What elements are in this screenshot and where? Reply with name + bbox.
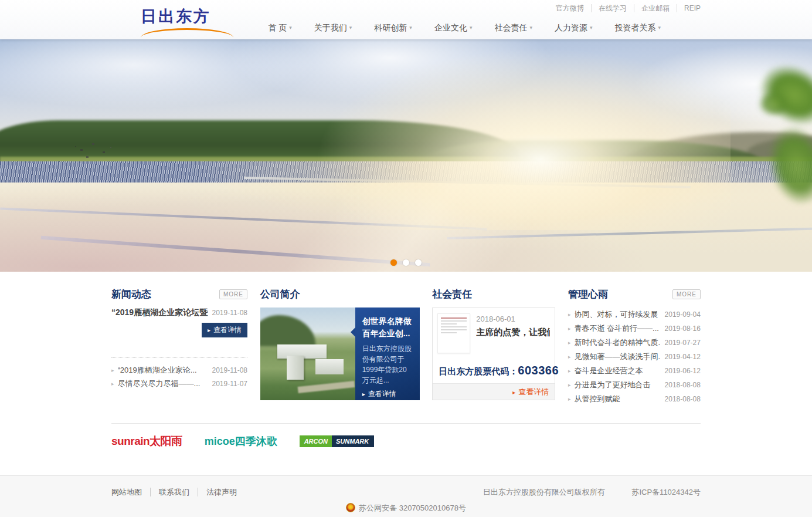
- chevron-down-icon: ▾: [289, 25, 292, 31]
- utility-nav: 官方微博在线学习企业邮箱REIP: [549, 4, 701, 13]
- list-item[interactable]: ▸ “2019雁栖湖企业家论... 2019-11-08: [111, 363, 247, 377]
- company-logo[interactable]: 日出东方: [141, 6, 235, 38]
- copyright-text: 日出东方控股股份有限公司版权所有: [483, 488, 605, 496]
- carousel-dot-1-active[interactable]: [390, 259, 397, 266]
- birds: [75, 146, 76, 147]
- icp-record-link[interactable]: 苏ICP备11024342号: [631, 488, 701, 496]
- brand-logos-row: sunrain太阳雨 micoe四季沐歌 ARCONSUNMARK: [111, 424, 701, 475]
- footer-links: 网站地图联系我们法律声明: [111, 487, 245, 498]
- list-item[interactable]: ▸奋斗是企业经营之本2019-06-12: [568, 364, 701, 378]
- section-social-responsibility: 社会责任 2018-06-01 主席的点赞，让我们... 日出东方股票代码：60…: [432, 288, 555, 400]
- stock-code-line: 日出东方股票代码：603366: [439, 364, 559, 377]
- chevron-down-icon: ▾: [529, 25, 532, 31]
- chevron-down-icon: ▾: [409, 25, 412, 31]
- footer-link-sitemap[interactable]: 网站地图: [111, 488, 151, 496]
- hero-banner-solar-field: [0, 39, 812, 272]
- list-item[interactable]: ▸ 尽情尽兴尽力尽福——... 2019-11-07: [111, 377, 247, 390]
- company-profile-card[interactable]: 创世界名牌做百年企业创... 日出东方控股股份有限公司于1999年贷款20万元起…: [260, 308, 420, 400]
- news-list: ▸ “2019雁栖湖企业家论... 2019-11-08 ▸ 尽情尽兴尽力尽福—…: [111, 363, 247, 390]
- carousel-dot-3[interactable]: [415, 259, 422, 266]
- arrow-right-icon: ▸: [568, 396, 571, 402]
- arrow-right-icon: ▸: [111, 367, 114, 373]
- police-badge-icon: [346, 503, 355, 512]
- list-item[interactable]: ▸见微知著——浅谈洗手间...2019-04-12: [568, 350, 701, 364]
- chevron-down-icon: ▾: [349, 25, 352, 31]
- list-item[interactable]: ▸青春不逝 奋斗前行——...2019-08-16: [568, 322, 701, 336]
- cloud-shape: [227, 39, 552, 104]
- footer-link-contact[interactable]: 联系我们: [151, 488, 198, 496]
- nav-item-investors[interactable]: 投资者关系▾: [614, 23, 661, 33]
- chevron-down-icon: ▾: [658, 25, 661, 31]
- list-item[interactable]: ▸新时代奋斗者的精神气质...2019-07-27: [568, 336, 701, 350]
- nav-item-about[interactable]: 关于我们▾: [314, 23, 352, 33]
- building-shape: [287, 356, 304, 380]
- arrow-right-icon: ▸: [568, 312, 571, 317]
- brand-logo-micoe[interactable]: micoe四季沐歌: [205, 434, 277, 448]
- company-card-body: 日出东方控股股份有限公司于1999年贷款20万元起...: [362, 343, 414, 386]
- topbar-link-reip[interactable]: REIP: [677, 4, 701, 12]
- arrow-right-icon: ▸: [568, 354, 571, 360]
- logo-text: 日出东方: [141, 6, 235, 27]
- brand-logo-arcon-sunmark[interactable]: ARCONSUNMARK: [300, 435, 375, 447]
- site-header: 官方微博在线学习企业邮箱REIP 日出东方 首 页▾ 关于我们▾ 科研创新▾ 企…: [0, 0, 812, 39]
- social-detail-link[interactable]: ▸查看详情: [512, 387, 549, 396]
- chevron-down-icon: ▾: [470, 25, 473, 31]
- site-footer: 网站地图联系我们法律声明 日出东方控股股份有限公司版权所有 苏ICP备11024…: [0, 475, 812, 517]
- arrow-right-icon: ▸: [568, 368, 571, 374]
- news-detail-button[interactable]: ▸查看详情: [202, 323, 247, 337]
- main-nav: 首 页▾ 关于我们▾ 科研创新▾ 企业文化▾ 社会责任▾ 人力资源▾ 投资者关系…: [246, 23, 661, 33]
- leaf-foreground: [759, 92, 789, 116]
- nav-item-research[interactable]: 科研创新▾: [374, 23, 412, 33]
- nav-item-responsibility[interactable]: 社会责任▾: [494, 23, 532, 33]
- social-article-date: 2018-06-01: [476, 315, 550, 323]
- social-card-footer: ▸查看详情: [433, 383, 555, 400]
- company-campus-photo: [260, 308, 355, 400]
- section-news: 新闻动态 MORE “2019雁栖湖企业家论坛暨... 2019-11-08 ▸…: [111, 288, 247, 390]
- management-more-button[interactable]: MORE: [672, 289, 701, 299]
- arrow-right-icon: ▸: [568, 340, 571, 346]
- arrow-right-icon: ▸: [568, 382, 571, 388]
- nav-item-hr[interactable]: 人力资源▾: [555, 23, 593, 33]
- brand-logo-sunrain[interactable]: sunrain太阳雨: [111, 434, 182, 449]
- carousel-dot-2[interactable]: [403, 259, 409, 266]
- nav-item-culture[interactable]: 企业文化▾: [434, 23, 473, 33]
- arrow-right-icon: ▸: [512, 389, 515, 396]
- arrow-right-icon: ▸: [362, 391, 365, 397]
- police-record-row: 苏公网安备 32070502010678号: [111, 503, 701, 513]
- topbar-link-weibo[interactable]: 官方微博: [549, 4, 592, 12]
- section-title-management: 管理心雨: [568, 288, 608, 301]
- social-article-title[interactable]: 主席的点赞，让我们...: [476, 327, 550, 338]
- arrow-right-icon: ▸: [111, 381, 114, 387]
- section-management: 管理心雨 MORE ▸协同、对标，可持续发展 ...2019-09-04 ▸青春…: [568, 288, 701, 406]
- article-thumbnail: [437, 313, 470, 353]
- section-title-company: 公司简介: [260, 288, 300, 301]
- carousel-dots: [0, 259, 812, 266]
- company-card-title: 创世界名牌做百年企业创...: [362, 315, 414, 340]
- featured-news-title[interactable]: “2019雁栖湖企业家论坛暨...: [111, 308, 208, 318]
- sunrise-arc-icon: [141, 28, 233, 38]
- topbar-link-mail[interactable]: 企业邮箱: [634, 4, 677, 12]
- company-profile-panel: 创世界名牌做百年企业创... 日出东方控股股份有限公司于1999年贷款20万元起…: [355, 308, 420, 400]
- nav-item-home[interactable]: 首 页▾: [268, 23, 291, 33]
- section-title-social: 社会责任: [432, 288, 472, 301]
- news-more-button[interactable]: MORE: [219, 289, 247, 299]
- social-responsibility-card[interactable]: 2018-06-01 主席的点赞，让我们... 日出东方股票代码：603366 …: [432, 308, 555, 400]
- arrow-right-icon: ▸: [208, 327, 210, 333]
- chevron-down-icon: ▾: [590, 25, 593, 31]
- management-list: ▸协同、对标，可持续发展 ...2019-09-04 ▸青春不逝 奋斗前行——.…: [568, 308, 701, 406]
- stock-code-value: 603366: [518, 364, 559, 377]
- footer-link-legal[interactable]: 法律声明: [198, 488, 245, 496]
- topbar-link-learning[interactable]: 在线学习: [592, 4, 634, 12]
- arrow-right-icon: ▸: [568, 326, 571, 332]
- road-shape: [298, 380, 355, 393]
- featured-news: “2019雁栖湖企业家论坛暨... 2019-11-08 ▸查看详情: [111, 308, 247, 358]
- police-record-link[interactable]: 苏公网安备 32070502010678号: [359, 504, 466, 512]
- main-content: 新闻动态 MORE “2019雁栖湖企业家论坛暨... 2019-11-08 ▸…: [0, 272, 812, 475]
- featured-news-date: 2019-11-08: [212, 309, 248, 317]
- section-title-news: 新闻动态: [111, 288, 151, 301]
- list-item[interactable]: ▸协同、对标，可持续发展 ...2019-09-04: [568, 308, 701, 322]
- list-item[interactable]: ▸从管控到赋能2018-08-08: [568, 392, 701, 406]
- company-detail-link[interactable]: ▸查看详情: [362, 389, 414, 399]
- section-company-profile: 公司简介 创世界名牌做百年企业创... 日出东方控股股份有限公司于1999年贷款…: [260, 288, 420, 400]
- list-item[interactable]: ▸分进是为了更好地合击2018-08-08: [568, 378, 701, 392]
